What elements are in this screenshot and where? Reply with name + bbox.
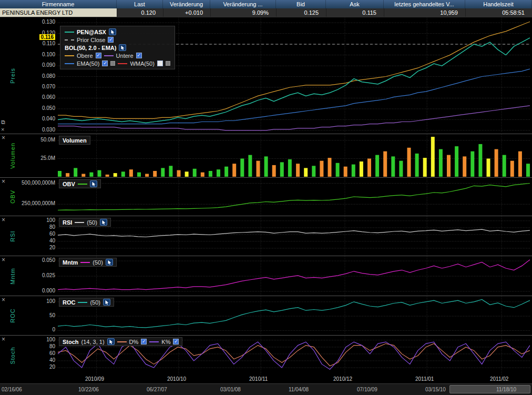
trading-terminal-window: Firmenname Last Veränderung Veränderung … (0, 0, 532, 395)
col-header-last-volume: letztes gehandeltes V... (384, 0, 465, 8)
roc-line-swatch (78, 302, 87, 303)
momentum-plot[interactable] (58, 257, 530, 295)
volume-axis-ticks: 50.0M25.0M (0, 134, 56, 177)
price-panel-tools: ⧉ × (1, 119, 5, 133)
close-rsi-panel-button[interactable]: × (2, 217, 5, 223)
close-stochastic-panel-button[interactable]: × (2, 337, 5, 342)
bol-lower-checkbox[interactable] (136, 53, 142, 58)
volume-bar (495, 149, 498, 177)
volume-bar (177, 170, 181, 177)
volume-plot[interactable] (58, 135, 530, 177)
volume-bar (280, 162, 284, 177)
close-volume-panel-button[interactable]: × (2, 135, 5, 141)
volume-bar (510, 161, 514, 177)
last-price-axis-marker: 0.116 (39, 34, 55, 40)
prior-close-checkbox[interactable] (108, 37, 114, 43)
dock-icon[interactable]: ⧉ (1, 119, 5, 125)
wma-style-box[interactable] (166, 61, 170, 66)
wma-label: WMA(50) (130, 60, 154, 67)
close-price-panel-button[interactable]: × (1, 127, 5, 133)
rsi-plot[interactable] (58, 217, 530, 255)
stoch-k-checkbox[interactable] (173, 339, 179, 345)
quote-header-labels: Firmenname Last Veränderung Veränderung … (0, 0, 532, 8)
momentum-axis-ticks: 0.0500.0250.000 (0, 256, 56, 296)
obv-axis-tick: 250,000,000M (22, 200, 55, 206)
timeline-thumb[interactable] (449, 385, 530, 393)
close-roc-panel-button[interactable]: × (2, 297, 5, 303)
rsi-line-swatch (75, 222, 84, 223)
stoch-axis-tick: 100 (46, 337, 55, 342)
stoch-k-label: K% (161, 339, 170, 345)
rsi-legend: RSI (50) (59, 218, 111, 227)
volume-legend: Volumen (59, 136, 90, 145)
bol-upper-label: Obere (77, 53, 93, 59)
price-axis-tick: 0.090 (42, 62, 55, 68)
volume-bar (169, 166, 172, 177)
volume-bar (106, 175, 109, 177)
volume-axis-tick: 25.0M (40, 155, 55, 161)
stoch-axis-tick: 40 (49, 357, 55, 363)
rsi-axis-tick: 80 (49, 224, 55, 230)
volume-bar (89, 173, 93, 177)
stochastic-options-cursor-icon[interactable] (107, 338, 115, 345)
roc-axis-tick: 50 (49, 312, 55, 318)
volume-bar (153, 171, 157, 177)
close-obv-panel-button[interactable]: × (2, 179, 5, 185)
volume-bar (518, 151, 522, 177)
bollinger-options-cursor-icon[interactable] (119, 44, 126, 51)
volume-bar (328, 158, 332, 177)
roc-panel: × ROC 100500 ROC (50) (0, 296, 532, 335)
stochastic-panel: × Stoch 10080604020 Stoch (14, 3, 1) D% … (0, 335, 532, 375)
volume-bar (161, 168, 165, 177)
price-axis-tick: 0.100 (42, 52, 55, 57)
volume-bar (503, 155, 506, 177)
col-header-veraenderung: Veränderung (163, 0, 210, 8)
volume-bar (423, 158, 427, 177)
prior-close-swatch (65, 39, 74, 40)
close-momentum-panel-button[interactable]: × (2, 257, 5, 263)
obv-axis-ticks: 500,000,000M250,000,000M (0, 178, 56, 216)
volume-bar (320, 161, 323, 177)
momentum-legend-title: Mntm (63, 259, 78, 266)
ema-style-box[interactable] (110, 61, 115, 66)
obv-legend-title: OBV (63, 181, 75, 187)
trade-time-cell: 05:58:51 (465, 8, 532, 17)
volume-legend-title: Volumen (63, 137, 87, 144)
ema-checkbox[interactable] (102, 60, 108, 66)
bol-upper-swatch (65, 55, 74, 56)
rsi-axis-tick: 40 (49, 238, 55, 244)
volume-bar (344, 167, 347, 177)
volume-bar (74, 168, 77, 177)
rsi-options-cursor-icon[interactable] (100, 219, 107, 226)
x-axis-label: 2011/02 (490, 376, 508, 382)
volume-bar (439, 149, 443, 177)
price-panel: ⧉ × Preis 0.1300.1200.1160.1100.1000.090… (0, 17, 532, 134)
timeline-date-label: 11/18/10 (496, 387, 516, 392)
timeline-bar[interactable]: 02/16/0610/22/0606/27/0703/01/0811/04/08… (0, 383, 532, 395)
roc-axis-tick: 100 (46, 298, 55, 304)
wma-checkbox[interactable] (157, 60, 163, 66)
volume-bar (209, 171, 212, 177)
quote-row[interactable]: PENINSULA ENERGY LTD 0.120 +0.010 9.09% … (0, 8, 532, 17)
volume-bar (217, 169, 220, 177)
stoch-d-checkbox[interactable] (141, 339, 147, 345)
roc-plot[interactable] (58, 297, 530, 335)
bol-upper-checkbox[interactable] (96, 53, 101, 58)
col-header-handelszeit: Handelszeit (465, 0, 532, 8)
timeline-date-label: 03/01/08 (220, 387, 241, 392)
obv-options-cursor-icon[interactable] (90, 180, 97, 187)
volume-bar (336, 163, 340, 177)
series-RSI(50) (58, 229, 530, 237)
symbol-label: PEN@ASX (77, 29, 106, 35)
momentum-options-cursor-icon[interactable] (106, 259, 113, 266)
rsi-legend-param: (50) (87, 219, 97, 226)
roc-options-cursor-icon[interactable] (103, 299, 110, 306)
pen-options-cursor-icon[interactable] (109, 28, 116, 35)
volume-bar (455, 146, 458, 177)
series-D% (58, 343, 530, 366)
obv-plot[interactable] (58, 178, 530, 215)
volume-bar (407, 148, 411, 177)
roc-legend-title: ROC (63, 299, 75, 306)
stoch-axis-tick: 20 (49, 364, 55, 370)
timeline-date-label: 07/10/09 (357, 387, 377, 392)
